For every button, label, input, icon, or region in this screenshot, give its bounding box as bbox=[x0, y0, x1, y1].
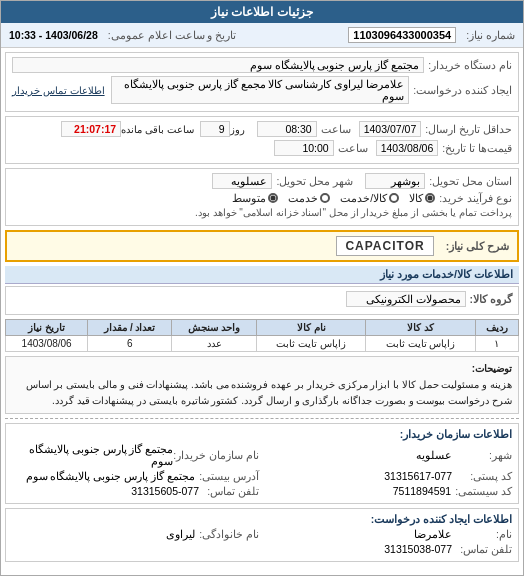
origin-family-value: لیراوی bbox=[166, 528, 195, 540]
header-title: جزئیات اطلاعات نیاز bbox=[211, 5, 313, 19]
manager-value: مجتمع گاز پارس جنوبی پالایشگاه سوم bbox=[12, 443, 173, 467]
order-number-label: شماره نیاز: bbox=[466, 29, 515, 41]
remaining-time-label: ساعت باقی مانده bbox=[121, 124, 194, 135]
items-table-wrapper: ردیف کد کالا نام کالا واحد سنجش تعداد / … bbox=[5, 319, 519, 352]
product-group-label: گروه کالا: bbox=[470, 293, 512, 305]
origin-contact-grid: نام: علامرضا نام خانوادگی: لیراوی تلفن ت… bbox=[12, 528, 512, 557]
page-header: جزئیات اطلاعات نیاز bbox=[1, 1, 523, 23]
col-header-unit: واحد سنجش bbox=[172, 320, 257, 336]
date-time-value: 1403/06/28 - 10:33 bbox=[9, 29, 98, 41]
contact-requester-link[interactable]: اطلاعات تماس خریدار bbox=[12, 85, 105, 96]
city-label: استان محل تحویل: bbox=[429, 175, 512, 187]
items-table: ردیف کد کالا نام کالا واحد سنجش تعداد / … bbox=[5, 319, 519, 352]
radio-motawaset[interactable]: متوسط bbox=[232, 192, 278, 204]
remaining-time-value: 21:07:17 bbox=[61, 121, 121, 137]
need-info-title: اطلاعات کالا/خدمات مورد نیاز bbox=[5, 266, 519, 284]
city-section: استان محل تحویل: بوشهر شهر محل تحویل: عس… bbox=[5, 168, 519, 226]
address-value: مجتمع گاز پارس جنوبی پالایشگاه سوم bbox=[26, 470, 196, 482]
seller-contact-section: اطلاعات سازمان خریدار: شهر: عسلویه نام س… bbox=[5, 423, 519, 504]
table-cell-unit: عدد bbox=[172, 336, 257, 352]
origin-phone-value: 31315038-077 bbox=[384, 543, 452, 555]
origin-family-label: نام خانوادگی: bbox=[195, 528, 259, 540]
radio-motawaset-dot bbox=[268, 193, 278, 203]
purchase-type-group: کالا کالا/خدمت خدمت متوسط bbox=[232, 192, 435, 204]
table-cell-quantity: 6 bbox=[88, 336, 172, 352]
top-info-bar: شماره نیاز: 1103096433000354 تاریخ و ساع… bbox=[1, 23, 523, 48]
origin-value: علامرضا لیراوی کارشناسی کالا مجمع گاز پا… bbox=[111, 76, 410, 104]
fax-label: تلفن تماس: bbox=[199, 485, 259, 497]
product-group-value: محصولات الکترونیکی bbox=[346, 291, 466, 307]
expire-date-value: 1403/08/06 bbox=[376, 140, 439, 156]
search-key-box: شرح کلی نیاز: CAPACITOR bbox=[5, 230, 519, 262]
expire-time-label: ساعت bbox=[338, 142, 368, 154]
city-value: بوشهر bbox=[365, 173, 425, 189]
col-header-quantity: تعداد / مقدار bbox=[88, 320, 172, 336]
city-field-value: عسلویه bbox=[416, 449, 452, 461]
days-value: 9 bbox=[200, 121, 230, 137]
seller-contact-title: اطلاعات سازمان خریدار: bbox=[12, 428, 512, 440]
phone-label: کد پستی: bbox=[452, 470, 512, 482]
capacitor-badge: CAPACITOR bbox=[336, 236, 433, 256]
send-date-label: حداقل تاریخ ارسال: bbox=[425, 123, 512, 135]
manager-label: نام سازمان خریدار: bbox=[173, 449, 259, 461]
radio-kala[interactable]: کالا bbox=[409, 192, 435, 204]
note-purchase: پرداخت تمام یا بخشی از مبلغ خریدار از مح… bbox=[195, 207, 512, 218]
origin-label: ایجاد کننده درخواست: bbox=[413, 84, 512, 96]
table-cell-code: زاپاس تایت ثابت bbox=[366, 336, 475, 352]
radio-kala-khedmat[interactable]: کالا/خدمت bbox=[340, 192, 399, 204]
notes-text: هزینه و مسئولیت حمل کالا با ابزار مرکزی … bbox=[26, 379, 512, 406]
dates-section: حداقل تاریخ ارسال: 1403/07/07 ساعت 08:30… bbox=[5, 116, 519, 164]
days-label: روز bbox=[230, 124, 245, 135]
code-label: کد سیستمی: bbox=[451, 485, 512, 497]
col-header-row: ردیف bbox=[475, 320, 518, 336]
requester-value: مجتمع گاز پارس جنوبی پالایشگاه سوم bbox=[12, 57, 424, 73]
product-group-section: گروه کالا: محصولات الکترونیکی bbox=[5, 286, 519, 315]
phone-value: 31315617-077 bbox=[384, 470, 452, 482]
radio-kala-dot bbox=[425, 193, 435, 203]
address-label: آدرس بیستی: bbox=[195, 470, 259, 482]
origin-name-label: نام: bbox=[452, 528, 512, 540]
origin-contact-title: اطلاعات ایجاد کننده درخواست: bbox=[12, 513, 512, 525]
col-header-name: نام کالا bbox=[256, 320, 365, 336]
origin-name-value: علامرضا bbox=[414, 528, 452, 540]
city-field-label: شهر: bbox=[452, 449, 512, 461]
table-cell-name: زاپاس تایت ثابت bbox=[256, 336, 365, 352]
origin-contact-section: اطلاعات ایجاد کننده درخواست: نام: علامرض… bbox=[5, 508, 519, 562]
col-header-code: کد کالا bbox=[366, 320, 475, 336]
col-header-date: تاریخ نیاز bbox=[6, 320, 88, 336]
table-row: ۱زاپاس تایت ثابتزاپاس تایت ثابتعدد61403/… bbox=[6, 336, 519, 352]
date-time-label: تاریخ و ساعت اعلام عمومی: bbox=[108, 29, 237, 41]
expire-date-label: قیمت‌ها تا تاریخ: bbox=[442, 142, 512, 154]
notes-box: توضیحات: هزینه و مسئولیت حمل کالا با ابز… bbox=[5, 356, 519, 414]
origin-phone-label: تلفن تماس: bbox=[452, 543, 512, 555]
radio-khedmat[interactable]: خدمت bbox=[288, 192, 330, 204]
search-key-label: شرح کلی نیاز: bbox=[446, 240, 509, 252]
send-time-value: 08:30 bbox=[257, 121, 317, 137]
send-time-label: ساعت bbox=[321, 123, 351, 135]
radio-kala-khedmat-dot bbox=[389, 193, 399, 203]
requester-section: نام دستگاه خریدار: مجتمع گاز پارس جنوبی … bbox=[5, 52, 519, 112]
table-cell-row: ۱ bbox=[475, 336, 518, 352]
fax-value: 31315605-077 bbox=[131, 485, 199, 497]
delivery-type-value: عسلویه bbox=[212, 173, 272, 189]
table-cell-date: 1403/08/06 bbox=[6, 336, 88, 352]
radio-khedmat-dot bbox=[320, 193, 330, 203]
delivery-type-label: شهر محل تحویل: bbox=[276, 175, 353, 187]
requester-label: نام دستگاه خریدار: bbox=[428, 59, 512, 71]
code-value: 7511894591 bbox=[393, 485, 451, 497]
notes-title: توضیحات: bbox=[472, 363, 512, 374]
send-date-value: 1403/07/07 bbox=[359, 121, 422, 137]
purchase-type-label: نوع فرآیند خرید: bbox=[439, 192, 512, 204]
order-number: 1103096433000354 bbox=[348, 27, 456, 43]
seller-contact-grid: شهر: عسلویه نام سازمان خریدار: مجتمع گاز… bbox=[12, 443, 512, 499]
expire-time-value: 10:00 bbox=[274, 140, 334, 156]
